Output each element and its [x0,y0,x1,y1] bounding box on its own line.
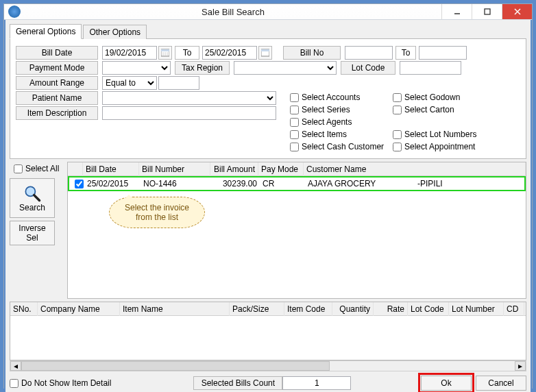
tab-other-options[interactable]: Other Options [83,25,147,39]
input-bill-no-from[interactable] [345,46,393,60]
label-item-description: Item Description [16,106,98,120]
input-selected-count[interactable] [282,376,351,390]
label-payment-mode: Payment Mode [16,61,98,75]
check-select-appointment[interactable]: Select Appointment [393,140,496,153]
label-lot-code: Lot Code [341,61,395,75]
label-selected-count: Selected Bills Count [193,376,282,390]
col-bill-amount[interactable]: Bill Amount [210,162,258,176]
window-buttons [441,4,532,19]
input-lot-code[interactable] [400,61,461,75]
window-body: General Options Other Options Bill Date … [4,20,532,392]
select-payment-mode[interactable] [102,61,171,75]
detail-grid[interactable]: SNo. Company Name Item Name Pack/Size It… [10,302,526,360]
cancel-button[interactable]: Cancel [476,376,526,391]
col-lot-number[interactable]: Lot Number [449,302,504,316]
cell-customer-name: AJAYA GROCERY [305,177,415,191]
svg-rect-5 [161,49,169,51]
col-pack-size[interactable]: Pack/Size [230,302,284,316]
calendar-button-to[interactable] [258,46,272,60]
label-bill-no: Bill No [283,46,341,60]
table-row[interactable]: 25/02/2015 NO-1446 30239.00 CR AJAYA GRO… [68,176,526,191]
titlebar: Sale Bill Search [4,4,532,20]
label-bill-date: Bill Date [16,46,98,60]
check-select-agents[interactable]: Select Agents [290,116,496,128]
col-item-code[interactable]: Item Code [284,302,332,316]
row-checkbox[interactable] [75,180,84,188]
mid-area: Select All Search Inverse Sel Bill Date … [10,162,526,299]
col-customer-name[interactable]: Customer Name [304,162,526,176]
inverse-sel-button[interactable]: Inverse Sel [10,221,55,245]
col-cd[interactable]: CD [504,302,524,316]
svg-line-12 [34,195,40,201]
input-date-to[interactable] [202,46,257,60]
cell-bill-number: NO-1446 [141,177,212,191]
col-bill-number[interactable]: Bill Number [139,162,210,176]
svg-rect-1 [485,9,490,14]
check-select-series[interactable]: Select Series [290,103,393,116]
col-company[interactable]: Company Name [38,302,120,316]
search-button[interactable]: Search [10,178,55,218]
col-lot-code[interactable]: Lot Code [408,302,449,316]
tab-general-options[interactable]: General Options [10,24,82,39]
label-patient-name: Patient Name [16,91,98,105]
check-select-carton[interactable]: Select Carton [393,103,496,116]
check-select-accounts[interactable]: Select Accounts [290,91,393,103]
input-bill-no-to[interactable] [419,46,467,60]
check-select-godown[interactable]: Select Godown [393,91,496,103]
input-amount-value[interactable] [158,76,199,90]
tabstrip: General Options Other Options [10,24,526,39]
cell-customer-extra: -PIPILI [415,177,524,191]
col-rate[interactable]: Rate [374,302,408,316]
footer: Do Not Show Item Detail Selected Bills C… [10,376,526,391]
col-item-name[interactable]: Item Name [120,302,230,316]
cell-bill-date: 25/02/2015 [84,177,141,191]
results-grid[interactable]: Bill Date Bill Number Bill Amount Pay Mo… [67,162,526,299]
col-sno[interactable]: SNo. [10,302,38,316]
input-date-from[interactable] [102,46,157,60]
detail-scrollbar[interactable]: ◂ ▸ [10,360,526,371]
maximize-button[interactable] [472,4,502,19]
app-window: Sale Bill Search General Options Other O… [3,3,533,389]
check-select-cash-customer[interactable]: Select Cash Customer [290,140,393,153]
scroll-right-icon[interactable]: ▸ [515,361,526,371]
select-amount-op[interactable]: Equal to [102,76,157,90]
cell-pay-mode: CR [260,177,305,191]
col-pay-mode[interactable]: Pay Mode [258,162,304,176]
left-controls: Select All Search Inverse Sel [10,162,64,299]
results-header: Bill Date Bill Number Bill Amount Pay Mo… [68,162,526,176]
select-patient-name[interactable] [102,91,276,105]
calendar-button-from[interactable] [158,46,172,60]
label-amount-range: Amount Range [16,76,98,90]
check-select-items[interactable]: Select Items [290,128,393,140]
label-to-billno: To [395,46,416,60]
scroll-thumb[interactable] [21,361,330,371]
window-title: Sale Bill Search [25,7,441,17]
select-tax-region[interactable] [234,61,337,75]
input-item-description[interactable] [102,106,276,120]
ok-button[interactable]: Ok [421,376,472,391]
minimize-button[interactable] [441,4,472,19]
callout-hint: Select the invoice from the list [109,197,205,228]
check-select-lot-numbers[interactable]: Select Lot Numbers [393,128,496,140]
label-tax-region: Tax Region [175,61,230,75]
check-do-not-show-detail[interactable]: Do Not Show Item Detail [10,377,111,389]
svg-rect-10 [261,49,269,51]
scroll-left-icon[interactable]: ◂ [10,361,21,371]
magnifier-icon [23,184,42,203]
col-quantity[interactable]: Quantity [332,302,374,316]
close-button[interactable] [502,4,532,19]
col-bill-date[interactable]: Bill Date [83,162,139,176]
filter-panel: Bill Date To Bill No To Payment Mode Tax… [10,39,526,159]
check-select-all[interactable]: Select All [10,162,64,175]
scroll-track[interactable] [21,361,515,371]
cell-bill-amount: 30239.00 [212,177,260,191]
app-icon [8,5,21,18]
label-to-date: To [175,46,199,60]
detail-header: SNo. Company Name Item Name Pack/Size It… [10,302,526,316]
